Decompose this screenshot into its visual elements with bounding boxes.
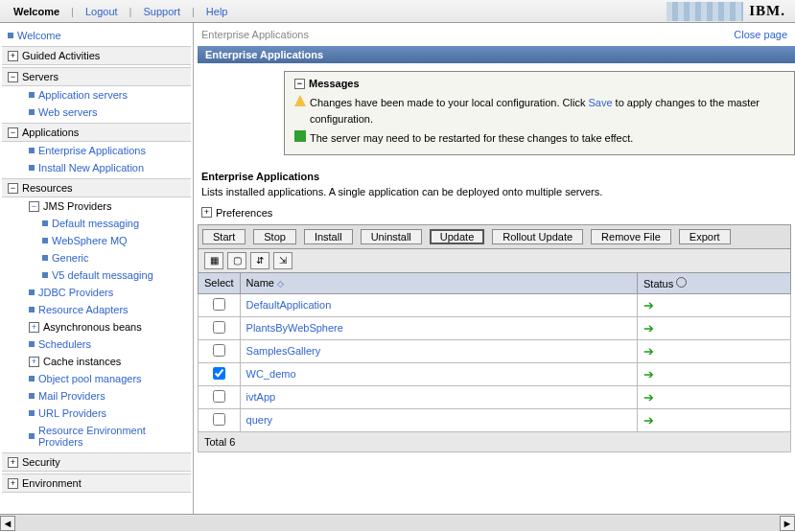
app-name-link[interactable]: query <box>246 414 273 426</box>
update-button[interactable]: Update <box>430 229 484 244</box>
collapse-icon[interactable]: − <box>8 127 18 138</box>
sidebar-app-servers[interactable]: Application servers <box>2 86 191 104</box>
collapse-icon[interactable]: − <box>294 79 305 89</box>
ibm-logo: IBM. <box>749 3 789 19</box>
install-button[interactable]: Install <box>304 229 353 244</box>
header-decoration <box>666 2 743 21</box>
sort-icon[interactable]: ◇ <box>277 279 284 289</box>
filter-icon[interactable]: ⇵ <box>250 252 269 269</box>
status-running-icon: ➔ <box>643 390 654 405</box>
start-button[interactable]: Start <box>202 229 246 244</box>
table-row: DefaultApplication➔ <box>199 293 791 316</box>
sidebar-install-new[interactable]: Install New Application <box>2 159 191 176</box>
toolbar: ▦ ▢ ⇵ ⇲ <box>198 249 791 272</box>
row-checkbox[interactable] <box>213 390 225 403</box>
collapse-icon[interactable]: − <box>29 201 39 212</box>
app-name-link[interactable]: ivtApp <box>246 391 276 403</box>
uninstall-button[interactable]: Uninstall <box>361 229 422 244</box>
sidebar-object-pool[interactable]: Object pool managers <box>2 370 191 387</box>
table-footer: Total 6 <box>199 431 791 451</box>
nav-welcome[interactable]: Welcome <box>6 6 67 17</box>
sidebar-websphere-mq[interactable]: WebSphere MQ <box>2 232 191 249</box>
expand-icon[interactable]: + <box>29 322 39 333</box>
app-name-link[interactable]: WC_demo <box>246 368 296 380</box>
row-checkbox[interactable] <box>213 367 225 380</box>
sidebar-resource-adapters[interactable]: Resource Adapters <box>2 301 191 318</box>
breadcrumb: Enterprise Applications <box>201 29 309 40</box>
content-area: Enterprise Applications Close page Enter… <box>194 23 795 514</box>
sidebar-security[interactable]: +Security <box>2 452 191 472</box>
expand-icon[interactable]: + <box>8 51 18 61</box>
sidebar-ent-apps[interactable]: Enterprise Applications <box>2 142 191 159</box>
info-icon <box>294 130 306 142</box>
select-all-icon[interactable]: ▦ <box>204 252 223 269</box>
sidebar-cache-instances[interactable]: +Cache instances <box>2 353 191 370</box>
clear-filter-icon[interactable]: ⇲ <box>273 252 292 269</box>
message-info: The server may need to be restarted for … <box>294 128 784 149</box>
nav-help[interactable]: Help <box>199 6 236 17</box>
section-description: Lists installed applications. A single a… <box>198 184 795 205</box>
sidebar-url-providers[interactable]: URL Providers <box>2 405 191 422</box>
export-button[interactable]: Export <box>679 229 731 244</box>
scroll-left-icon[interactable]: ◄ <box>0 516 15 531</box>
expand-icon[interactable]: + <box>29 357 39 367</box>
top-bar: Welcome | Logout | Support | Help IBM. <box>0 0 795 23</box>
status-running-icon: ➔ <box>643 298 654 312</box>
sidebar-async-beans[interactable]: +Asynchronous beans <box>2 318 191 335</box>
nav-logout[interactable]: Logout <box>78 6 126 17</box>
stop-button[interactable]: Stop <box>253 229 296 244</box>
collapse-icon[interactable]: − <box>8 183 18 194</box>
sidebar-res-env[interactable]: Resource Environment Providers <box>2 422 191 451</box>
table-row: query➔ <box>199 408 791 431</box>
preferences-toggle[interactable]: +Preferences <box>198 205 795 224</box>
expand-icon[interactable]: + <box>201 207 212 218</box>
close-page-link[interactable]: Close page <box>734 29 787 40</box>
status-running-icon: ➔ <box>643 413 654 428</box>
sidebar-guided-activities[interactable]: +Guided Activities <box>2 46 191 65</box>
sidebar-web-servers[interactable]: Web servers <box>2 104 191 121</box>
expand-icon[interactable]: + <box>8 457 18 468</box>
messages-box: −Messages Changes have been made to your… <box>284 71 795 155</box>
remove-file-button[interactable]: Remove File <box>591 229 671 244</box>
sidebar-servers[interactable]: −Servers <box>2 67 191 86</box>
col-name[interactable]: Name ◇ <box>240 272 637 293</box>
sidebar-jms[interactable]: −JMS Providers <box>2 197 191 215</box>
status-running-icon: ➔ <box>643 367 654 382</box>
sidebar-generic[interactable]: Generic <box>2 249 191 266</box>
horizontal-scrollbar[interactable]: ◄ ► <box>0 514 795 531</box>
refresh-icon[interactable] <box>676 277 687 288</box>
sidebar-mail-providers[interactable]: Mail Providers <box>2 387 191 405</box>
table-row: WC_demo➔ <box>199 362 791 385</box>
sidebar-def-messaging[interactable]: Default messaging <box>2 215 191 232</box>
app-name-link[interactable]: SamplesGallery <box>246 345 321 357</box>
status-running-icon: ➔ <box>643 321 654 335</box>
nav-support[interactable]: Support <box>135 6 188 17</box>
row-checkbox[interactable] <box>213 344 225 357</box>
sidebar-resources[interactable]: −Resources <box>2 178 191 197</box>
status-running-icon: ➔ <box>643 344 654 359</box>
sidebar-v5-messaging[interactable]: V5 default messaging <box>2 266 191 284</box>
scroll-right-icon[interactable]: ► <box>780 516 795 531</box>
save-link[interactable]: Save <box>588 97 612 108</box>
sidebar-schedulers[interactable]: Schedulers <box>2 335 191 353</box>
app-name-link[interactable]: DefaultApplication <box>246 299 332 311</box>
col-select: Select <box>199 272 241 293</box>
row-checkbox[interactable] <box>213 321 225 334</box>
sidebar-applications[interactable]: −Applications <box>2 123 191 142</box>
sidebar-environment[interactable]: +Environment <box>2 474 191 493</box>
sidebar[interactable]: Welcome +Guided Activities −Servers Appl… <box>0 23 194 514</box>
table-row: PlantsByWebSphere➔ <box>199 316 791 339</box>
row-checkbox[interactable] <box>213 298 225 311</box>
rollout-update-button[interactable]: Rollout Update <box>492 229 583 244</box>
row-checkbox[interactable] <box>213 413 225 426</box>
panel-title: Enterprise Applications <box>198 46 795 63</box>
action-button-row: Start Stop Install Uninstall Update Roll… <box>198 224 791 249</box>
sidebar-jdbc[interactable]: JDBC Providers <box>2 284 191 301</box>
message-warning: Changes have been made to your local con… <box>294 93 784 128</box>
table-row: ivtApp➔ <box>199 385 791 408</box>
collapse-icon[interactable]: − <box>8 72 18 82</box>
app-name-link[interactable]: PlantsByWebSphere <box>246 322 343 334</box>
expand-icon[interactable]: + <box>8 478 18 489</box>
sidebar-welcome[interactable]: Welcome <box>2 27 191 44</box>
deselect-all-icon[interactable]: ▢ <box>227 252 246 269</box>
